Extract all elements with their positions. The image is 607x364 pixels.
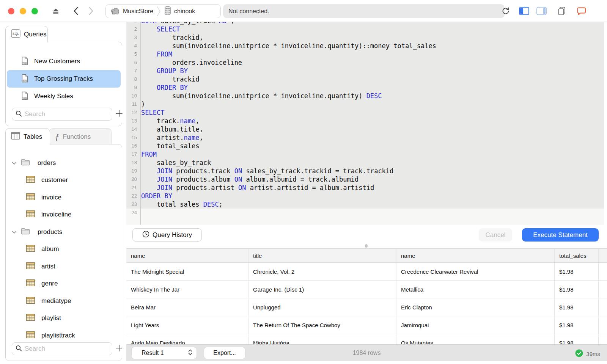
- toggle-left-sidebar-icon[interactable]: [518, 5, 530, 17]
- result-cell[interactable]: The Return Of The Space Cowboy: [248, 316, 396, 334]
- tree-folder-orders[interactable]: orders: [6, 154, 122, 172]
- toggle-right-sidebar-icon[interactable]: [536, 5, 547, 17]
- tables-search-input[interactable]: [12, 342, 112, 355]
- code-line-17[interactable]: 17FROM: [126, 150, 604, 158]
- code-line-1[interactable]: 1WITH sales_by_track AS (: [126, 22, 604, 25]
- tree-table-playlisttrack[interactable]: playlisttrack: [6, 327, 122, 344]
- result-cell[interactable]: $1.98: [555, 281, 599, 298]
- tree-table-invoice[interactable]: invoice: [6, 189, 122, 206]
- code-line-5[interactable]: 5 FROM: [126, 50, 604, 58]
- code-line-15[interactable]: 15 artist.name,: [126, 133, 604, 142]
- pane-splitter[interactable]: [126, 243, 607, 248]
- query-history-button[interactable]: Query History: [132, 228, 202, 242]
- result-row-2[interactable]: Whiskey In The JarGarage Inc. (Disc 1)Me…: [126, 281, 607, 298]
- result-row-4[interactable]: Light YearsThe Return Of The Space Cowbo…: [126, 316, 607, 334]
- code-line-14[interactable]: 14 album.title,: [126, 125, 604, 133]
- result-cell[interactable]: [599, 263, 607, 280]
- result-cell[interactable]: Creedence Clearwater Revival: [396, 263, 555, 280]
- column-header-title[interactable]: title: [248, 249, 396, 262]
- query-item-weekly-sales[interactable]: SQLWeekly Sales: [7, 88, 121, 105]
- add-query-button[interactable]: [115, 110, 123, 119]
- result-cell[interactable]: Chronicle, Vol. 2: [248, 263, 396, 280]
- result-cell[interactable]: [599, 334, 607, 344]
- result-cell[interactable]: Metallica: [396, 281, 555, 298]
- tree-table-album[interactable]: album: [6, 241, 122, 258]
- result-cell[interactable]: The Midnight Special: [126, 263, 248, 280]
- column-header-name[interactable]: name: [396, 249, 555, 262]
- code-line-22[interactable]: 22ORDER BY: [126, 192, 604, 200]
- tree-table-invoiceline[interactable]: invoiceline: [6, 206, 122, 224]
- tree-table-customer[interactable]: customer: [6, 172, 122, 189]
- tree-table-genre[interactable]: genre: [6, 275, 122, 293]
- tab-functions[interactable]: ƒ Functions: [49, 128, 112, 145]
- tree-table-mediatype[interactable]: mediatype: [6, 292, 122, 310]
- code-line-18[interactable]: 18 sales_by_track: [126, 158, 604, 167]
- sql-editor[interactable]: 1WITH sales_by_track AS (2 SELECT3 track…: [126, 22, 604, 225]
- chevron-down-icon[interactable]: [12, 160, 17, 166]
- code-line-7[interactable]: 7 GROUP BY: [126, 67, 604, 75]
- close-window-button[interactable]: [8, 8, 14, 14]
- forward-button[interactable]: [85, 5, 97, 17]
- chevron-down-icon[interactable]: [12, 229, 17, 235]
- result-cell[interactable]: [599, 298, 607, 316]
- code-line-3[interactable]: 3 trackid,: [126, 33, 604, 42]
- query-item-top-grossing-tracks[interactable]: SQLTop Grossing Tracks: [7, 70, 121, 88]
- result-row-3[interactable]: Beira MarUnpluggedEric Clapton$1.98: [126, 298, 607, 316]
- execute-statement-button[interactable]: Execute Statement: [522, 228, 599, 242]
- result-cell[interactable]: Garage Inc. (Disc 1): [248, 281, 396, 298]
- result-cell[interactable]: [599, 281, 607, 298]
- breadcrumb-server[interactable]: MusicStore: [123, 8, 153, 15]
- code-line-21[interactable]: 21 JOIN products.artist ON artist.artist…: [126, 184, 604, 192]
- code-line-20[interactable]: 20 JOIN products.album ON album.albumid …: [126, 175, 604, 184]
- code-line-13[interactable]: 13 track.name,: [126, 117, 604, 125]
- code-line-19[interactable]: 19 JOIN products.track ON sales_by_track…: [126, 167, 604, 175]
- cancel-button[interactable]: Cancel: [479, 228, 512, 242]
- add-table-button[interactable]: [115, 344, 122, 353]
- result-cell[interactable]: $1.98: [555, 298, 599, 316]
- result-row-1[interactable]: The Midnight SpecialChronicle, Vol. 2Cre…: [126, 263, 607, 281]
- result-cell[interactable]: Beira Mar: [126, 298, 248, 316]
- result-cell[interactable]: $1.98: [555, 334, 599, 344]
- code-line-11[interactable]: 11): [126, 100, 604, 108]
- breadcrumb-database[interactable]: chinook: [174, 8, 195, 15]
- result-cell[interactable]: Whiskey In The Jar: [126, 281, 248, 298]
- tab-tables[interactable]: Tables: [5, 128, 50, 145]
- tree-table-playlist[interactable]: playlist: [6, 310, 122, 327]
- result-cell[interactable]: Eric Clapton: [396, 298, 555, 316]
- code-line-23[interactable]: 23 total_sales DESC;: [126, 200, 604, 209]
- eject-icon[interactable]: [50, 5, 61, 17]
- column-header-name[interactable]: name: [126, 249, 248, 262]
- code-line-16[interactable]: 16 total_sales: [126, 142, 604, 150]
- minimize-window-button[interactable]: [20, 8, 26, 14]
- result-cell[interactable]: [599, 316, 607, 334]
- result-cell[interactable]: Minha História: [248, 334, 396, 344]
- queries-search-field[interactable]: [25, 110, 109, 118]
- code-line-6[interactable]: 6 orders.invoiceline: [126, 58, 604, 67]
- code-line-9[interactable]: 9 ORDER BY: [126, 83, 604, 92]
- code-line-10[interactable]: 10 sum(invoiceline.unitprice * invoiceli…: [126, 92, 604, 100]
- back-button[interactable]: [70, 5, 82, 17]
- result-cell[interactable]: Unplugged: [248, 298, 396, 316]
- result-cell[interactable]: $1.98: [555, 316, 599, 334]
- result-row-5[interactable]: Ando Meio DesligadoMinha HistóriaOs Muta…: [126, 334, 607, 344]
- code-line-12[interactable]: 12SELECT: [126, 108, 604, 117]
- code-line-2[interactable]: 2 SELECT: [126, 25, 604, 33]
- column-header-total-sales[interactable]: total_sales: [555, 249, 599, 262]
- query-item-new-customers[interactable]: SQLNew Customers: [7, 53, 121, 70]
- code-line-8[interactable]: 8 trackid: [126, 75, 604, 83]
- feedback-chat-icon[interactable]: [576, 5, 587, 17]
- result-cell[interactable]: Light Years: [126, 316, 248, 334]
- zoom-window-button[interactable]: [31, 8, 38, 14]
- tree-folder-products[interactable]: products: [6, 223, 122, 241]
- tab-queries[interactable]: SQL Queries: [5, 26, 48, 42]
- result-cell[interactable]: Os Mutantes: [396, 334, 555, 344]
- splitter-handle-icon[interactable]: [365, 244, 368, 248]
- tables-search-field[interactable]: [25, 345, 109, 353]
- result-cell[interactable]: Ando Meio Desligado: [126, 334, 248, 344]
- queries-search-input[interactable]: [12, 108, 112, 121]
- refresh-icon[interactable]: [500, 5, 511, 17]
- result-cell[interactable]: $1.98: [555, 263, 599, 280]
- result-cell[interactable]: Jamiroquai: [396, 316, 555, 334]
- windows-icon[interactable]: [556, 5, 568, 17]
- tree-table-artist[interactable]: artist: [6, 258, 122, 275]
